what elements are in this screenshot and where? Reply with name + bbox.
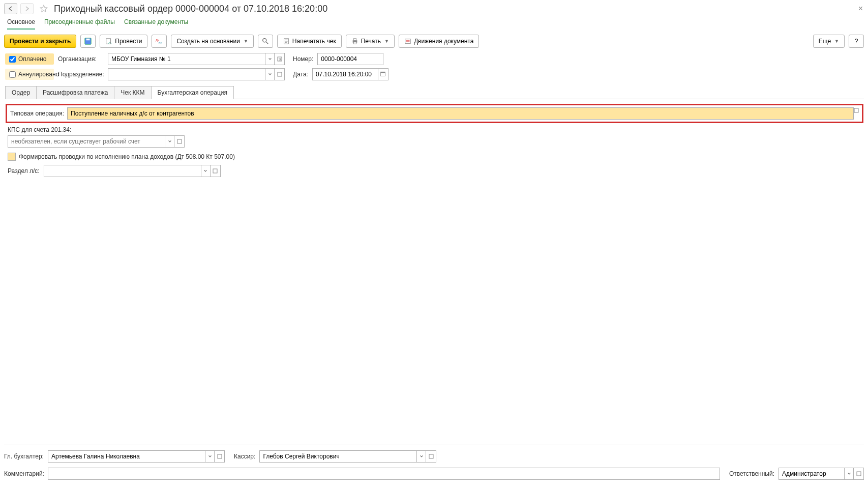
section-open[interactable] (211, 165, 221, 177)
tab-decoding[interactable]: Расшифровка платежа (36, 86, 114, 99)
more-button[interactable]: Еще▼ (813, 35, 845, 48)
section-dropdown[interactable] (201, 165, 211, 177)
tab-kkm[interactable]: Чек ККМ (114, 86, 151, 99)
nav-back-button[interactable] (4, 3, 17, 14)
date-input[interactable] (312, 68, 378, 80)
toolbar: Провести и закрыть Провести ДтКт Создать… (4, 35, 864, 48)
tab-accounting-op[interactable]: Бухгалтерская операция (151, 86, 234, 99)
favorite-star-icon[interactable] (39, 4, 49, 14)
svg-rect-18 (213, 169, 217, 173)
comment-label: Комментарий: (4, 470, 44, 477)
org-dropdown[interactable] (265, 53, 275, 65)
cancelled-checkbox-wrap[interactable]: Аннулировано (5, 69, 54, 80)
post-and-close-button[interactable]: Провести и закрыть (4, 35, 76, 48)
save-button[interactable] (80, 35, 96, 48)
svg-text:Кт: Кт (159, 41, 162, 44)
cancelled-checkbox[interactable] (9, 71, 16, 78)
help-button[interactable]: ? (849, 35, 864, 48)
kps-label: КПС для счета 201.34: (8, 126, 863, 133)
nav-forward-button[interactable] (20, 3, 34, 14)
print-button[interactable]: Печать▼ (346, 35, 395, 48)
form-entries-label: Формировать проводки по исполнению плана… (19, 153, 235, 160)
date-picker-button[interactable] (378, 68, 388, 80)
receipt-icon (283, 38, 290, 45)
svg-point-5 (263, 39, 266, 42)
close-icon[interactable]: × (858, 4, 863, 13)
svg-rect-19 (218, 454, 222, 458)
kps-open[interactable] (174, 135, 185, 148)
help-icon: ? (855, 38, 858, 45)
svg-rect-16 (854, 108, 858, 112)
svg-rect-17 (177, 139, 182, 143)
typical-op-input[interactable] (67, 107, 854, 120)
print-icon (351, 38, 358, 45)
dt-kt-button[interactable]: ДтКт (152, 35, 167, 48)
org-input[interactable] (108, 53, 265, 65)
chief-acc-open[interactable] (215, 450, 225, 463)
responsible-label: Ответственный: (729, 470, 774, 477)
responsible-open[interactable] (854, 468, 864, 480)
cashier-label: Кассир: (234, 453, 255, 460)
kps-dropdown[interactable] (165, 135, 174, 148)
tabs: Ордер Расшифровка платежа Чек ККМ Бухгал… (5, 85, 864, 99)
cashier-open[interactable] (426, 450, 436, 463)
svg-rect-11 (405, 39, 411, 44)
svg-line-6 (266, 42, 268, 44)
search-button[interactable] (258, 35, 273, 48)
cashier-input[interactable] (259, 450, 417, 463)
post-button[interactable]: Провести (100, 35, 147, 48)
date-label: Дата: (293, 71, 308, 78)
svg-rect-21 (857, 472, 861, 476)
svg-rect-1 (86, 39, 90, 41)
responsible-input[interactable] (779, 468, 845, 480)
number-input[interactable] (317, 53, 383, 65)
dept-dropdown[interactable] (265, 68, 275, 80)
subnav-attached-files[interactable]: Присоединенные файлы (44, 18, 115, 30)
paid-checkbox-wrap[interactable]: Оплачено (5, 53, 54, 65)
org-label: Организация: (58, 55, 104, 63)
comment-input[interactable] (48, 468, 720, 480)
dept-label: Подразделение: (58, 71, 104, 78)
svg-rect-15 (381, 72, 385, 73)
chief-acc-input[interactable] (48, 450, 205, 463)
cashier-dropdown[interactable] (417, 450, 426, 463)
page-title: Приходный кассовый ордер 0000-000004 от … (54, 4, 327, 14)
svg-rect-2 (106, 39, 111, 44)
dt-kt-icon: ДтКт (156, 38, 163, 45)
movements-icon (404, 38, 411, 45)
tab-order[interactable]: Ордер (5, 86, 37, 99)
paid-checkbox[interactable] (9, 56, 16, 63)
section-label: Раздел л/с: (8, 167, 40, 175)
create-based-button[interactable]: Создать на основании▼ (171, 35, 253, 48)
typical-operation-highlight: Типовая операция: (6, 104, 863, 123)
post-icon (105, 38, 112, 45)
subnav-related-docs[interactable]: Связанные документы (124, 18, 188, 30)
search-icon (262, 38, 269, 45)
save-icon (84, 38, 92, 45)
chief-acc-label: Гл. бухгалтер: (4, 453, 44, 460)
kps-input[interactable] (8, 135, 165, 148)
svg-rect-20 (429, 454, 433, 458)
form-entries-checkbox[interactable] (8, 153, 16, 161)
subnav-main[interactable]: Основное (7, 18, 35, 30)
number-label: Номер: (293, 55, 313, 63)
svg-rect-10 (353, 42, 356, 44)
svg-rect-13 (278, 72, 282, 76)
svg-rect-9 (353, 39, 356, 41)
chief-acc-dropdown[interactable] (205, 450, 215, 463)
dept-open[interactable] (275, 68, 285, 80)
org-open[interactable] (275, 53, 285, 65)
subnav: Основное Присоединенные файлы Связанные … (4, 18, 864, 30)
calendar-icon (380, 71, 386, 78)
typical-op-label: Типовая операция: (10, 110, 64, 117)
section-input[interactable] (44, 165, 201, 177)
responsible-dropdown[interactable] (845, 468, 854, 480)
print-check-button[interactable]: Напечатать чек (277, 35, 342, 48)
dept-input[interactable] (108, 68, 265, 80)
doc-movements-button[interactable]: Движения документа (399, 35, 480, 48)
typical-op-open[interactable] (854, 107, 859, 120)
